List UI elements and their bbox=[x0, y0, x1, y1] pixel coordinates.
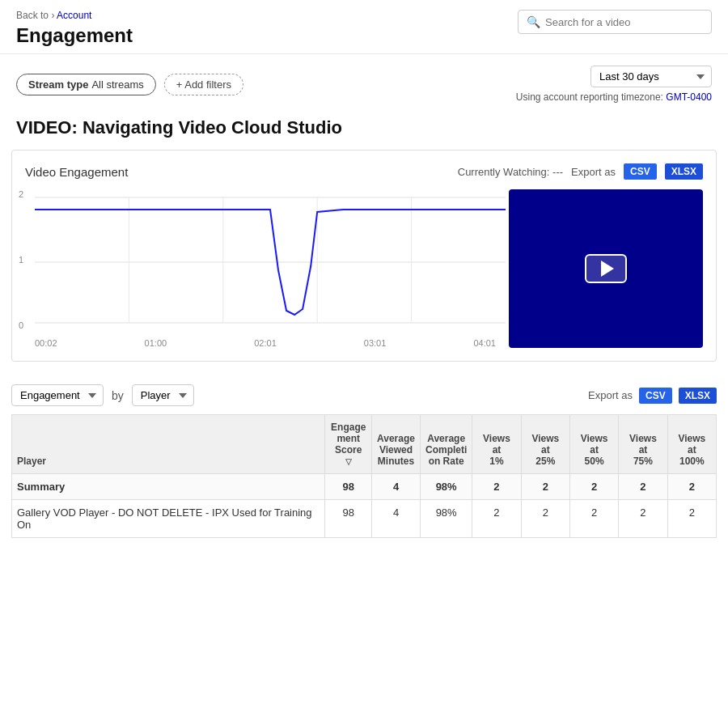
chart-svg-wrapper: 2 1 0 bbox=[25, 189, 496, 348]
summary-label: Summary bbox=[17, 481, 65, 493]
row-views-1: 2 bbox=[472, 500, 521, 538]
col-views-100-label: Views at100% bbox=[678, 433, 705, 467]
sort-icon: ▽ bbox=[345, 457, 352, 466]
video-thumbnail[interactable] bbox=[509, 189, 703, 348]
currently-watching: Currently Watching: --- bbox=[458, 166, 563, 178]
chart-export-xlsx[interactable]: XLSX bbox=[665, 163, 703, 180]
col-views-50-label: Views at50% bbox=[581, 433, 608, 467]
currently-watching-label: Currently Watching: bbox=[458, 166, 550, 178]
table-export-label: Export as bbox=[588, 389, 633, 401]
y-label-1: 1 bbox=[19, 255, 23, 265]
summary-avg-viewed: 4 bbox=[372, 474, 421, 500]
currently-watching-value: --- bbox=[552, 166, 563, 178]
chart-header-right: Currently Watching: --- Export as CSV XL… bbox=[458, 163, 703, 180]
table-section: Engagement by Player Export as CSV XLSX … bbox=[11, 376, 717, 538]
date-range-select[interactable]: Last 30 days bbox=[590, 66, 712, 87]
col-avg-viewed-label: AverageViewedMinutes bbox=[377, 433, 415, 467]
header: Back to › Account Engagement 🔍 bbox=[0, 0, 728, 54]
row-engagement: 98 bbox=[325, 500, 372, 538]
data-table: Player EngagementScore ▽ AverageViewedMi… bbox=[11, 414, 717, 538]
summary-row: Summary 98 4 98% 2 2 2 2 2 bbox=[12, 474, 717, 500]
col-views-100: Views at100% bbox=[667, 415, 716, 474]
table-export-csv[interactable]: CSV bbox=[639, 388, 672, 404]
row-views-25: 2 bbox=[521, 500, 569, 538]
col-views-75: Views at75% bbox=[619, 415, 667, 474]
chart-section: Video Engagement Currently Watching: ---… bbox=[11, 150, 717, 362]
table-row: Gallery VOD Player - DO NOT DELETE - IPX… bbox=[12, 500, 717, 538]
chart-export-csv[interactable]: CSV bbox=[624, 163, 657, 180]
x-label-1: 01:00 bbox=[145, 338, 167, 348]
play-button[interactable] bbox=[585, 254, 627, 283]
y-label-2: 2 bbox=[19, 189, 23, 199]
summary-views-100: 2 bbox=[667, 474, 716, 500]
col-views-1: Views at1% bbox=[472, 415, 521, 474]
row-views-75: 2 bbox=[619, 500, 667, 538]
table-export-xlsx[interactable]: XLSX bbox=[679, 388, 717, 404]
video-title-section: VIDEO: Navigating Video Cloud Studio bbox=[0, 111, 728, 150]
export-label: Export as bbox=[571, 166, 616, 178]
col-engagement[interactable]: EngagementScore ▽ bbox=[325, 415, 372, 474]
group-by-select-2[interactable]: Player bbox=[132, 384, 194, 406]
table-controls-left: Engagement by Player bbox=[11, 384, 194, 406]
chart-title: Video Engagement bbox=[25, 165, 128, 179]
filter-right: Last 30 days Using account reporting tim… bbox=[516, 66, 712, 103]
summary-avg-completion: 98% bbox=[420, 474, 472, 500]
row-avg-viewed: 4 bbox=[372, 500, 421, 538]
add-filter-label: + Add filters bbox=[176, 78, 231, 91]
table-controls: Engagement by Player Export as CSV XLSX bbox=[11, 376, 717, 414]
filter-bar: Stream type All streams + Add filters La… bbox=[0, 54, 728, 111]
summary-views-50: 2 bbox=[569, 474, 618, 500]
timezone-note: Using account reporting timezone: GMT-04… bbox=[516, 91, 712, 103]
col-views-1-label: Views at1% bbox=[483, 433, 510, 467]
add-filter-button[interactable]: + Add filters bbox=[164, 74, 243, 95]
summary-player: Summary bbox=[12, 474, 325, 500]
col-player: Player bbox=[12, 415, 325, 474]
row-views-50: 2 bbox=[569, 500, 618, 538]
summary-views-1: 2 bbox=[472, 474, 521, 500]
summary-engagement: 98 bbox=[325, 474, 372, 500]
chart-left: 2 1 0 bbox=[25, 189, 496, 348]
page-title: Engagement bbox=[16, 24, 133, 47]
stream-type-value: All streams bbox=[91, 78, 143, 91]
breadcrumb: Back to › Account bbox=[16, 10, 133, 21]
search-icon: 🔍 bbox=[527, 15, 540, 28]
row-avg-completion: 98% bbox=[420, 500, 472, 538]
chart-header: Video Engagement Currently Watching: ---… bbox=[25, 163, 703, 180]
group-by-select-1[interactable]: Engagement bbox=[11, 384, 104, 406]
timezone-label: Using account reporting timezone: bbox=[516, 91, 663, 103]
filter-left: Stream type All streams + Add filters bbox=[16, 74, 243, 95]
breadcrumb-separator: › bbox=[51, 10, 54, 21]
row-player: Gallery VOD Player - DO NOT DELETE - IPX… bbox=[12, 500, 325, 538]
x-label-0: 00:02 bbox=[35, 338, 57, 348]
row-views-100: 2 bbox=[667, 500, 716, 538]
search-input[interactable] bbox=[545, 16, 703, 28]
chart-area: 2 1 0 bbox=[25, 189, 703, 348]
summary-views-25: 2 bbox=[521, 474, 569, 500]
search-box[interactable]: 🔍 bbox=[518, 10, 712, 34]
x-label-3: 03:01 bbox=[364, 338, 387, 348]
col-views-50: Views at50% bbox=[569, 415, 618, 474]
video-title: VIDEO: Navigating Video Cloud Studio bbox=[16, 117, 712, 138]
col-views-75-label: Views at75% bbox=[629, 433, 657, 467]
col-views-25-label: Views at25% bbox=[531, 433, 559, 467]
summary-views-75: 2 bbox=[619, 474, 667, 500]
engagement-chart bbox=[35, 189, 506, 335]
stream-type-label: Stream type bbox=[28, 78, 88, 91]
by-label: by bbox=[112, 389, 124, 402]
col-views-25: Views at25% bbox=[521, 415, 569, 474]
x-label-2: 02:01 bbox=[254, 338, 277, 348]
x-axis-labels: 00:02 01:00 02:01 03:01 04:01 bbox=[35, 335, 496, 348]
table-controls-right: Export as CSV XLSX bbox=[588, 388, 717, 404]
stream-type-filter[interactable]: Stream type All streams bbox=[16, 74, 156, 95]
table-header-row: Player EngagementScore ▽ AverageViewedMi… bbox=[12, 415, 717, 474]
col-player-label: Player bbox=[17, 456, 46, 467]
y-axis-labels: 2 1 0 bbox=[19, 189, 23, 330]
timezone-link[interactable]: GMT-0400 bbox=[666, 91, 712, 103]
back-text: Back to bbox=[16, 10, 49, 21]
col-avg-completion: AverageCompletion Rate bbox=[420, 415, 472, 474]
header-left: Back to › Account Engagement bbox=[16, 10, 133, 47]
col-avg-viewed: AverageViewedMinutes bbox=[372, 415, 421, 474]
col-avg-completion-label: AverageCompletion Rate bbox=[425, 433, 467, 467]
account-link[interactable]: Account bbox=[57, 10, 91, 21]
y-label-0: 0 bbox=[19, 320, 23, 330]
